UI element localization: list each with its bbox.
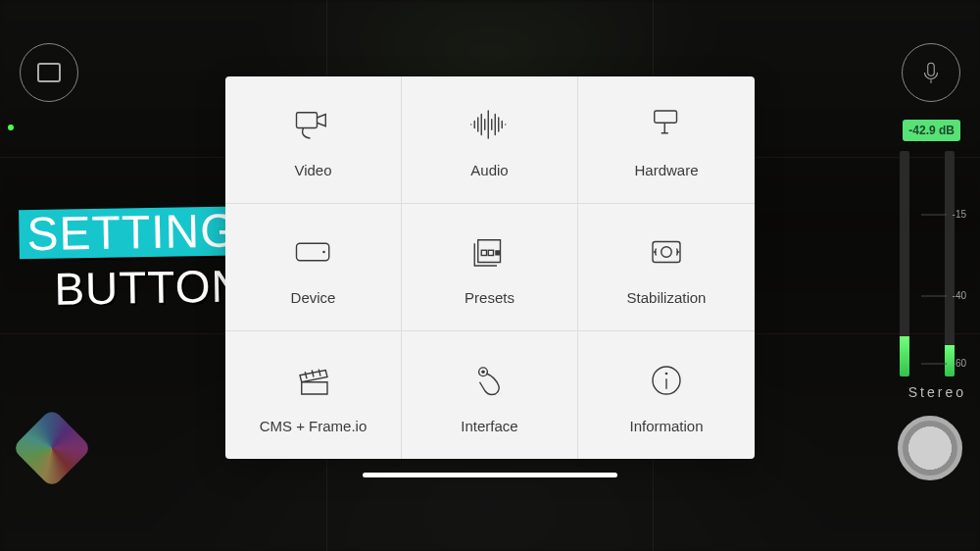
settings-item-video[interactable]: Video [225, 76, 402, 204]
framing-button[interactable] [20, 43, 78, 102]
audio-mode-label: Stereo [908, 384, 966, 400]
svg-rect-5 [481, 250, 486, 255]
info-icon [639, 357, 694, 404]
gimbal-icon [639, 101, 694, 148]
svg-rect-8 [653, 242, 680, 263]
svg-point-9 [662, 247, 672, 258]
settings-item-interface[interactable]: Interface [402, 331, 578, 459]
settings-item-label: Hardware [634, 162, 698, 178]
microphone-button[interactable] [902, 43, 960, 102]
clapperboard-icon [286, 357, 341, 404]
settings-item-label: Device [291, 289, 336, 306]
stabilization-icon [639, 228, 694, 276]
svg-rect-7 [495, 250, 500, 255]
settings-item-hardware[interactable]: Hardware [578, 76, 755, 204]
settings-item-label: Audio [470, 162, 508, 178]
frame-icon [37, 63, 61, 82]
record-button[interactable] [898, 416, 962, 480]
settings-item-information[interactable]: Information [578, 331, 755, 459]
tick-label: -15 [953, 209, 966, 220]
svg-rect-6 [488, 250, 493, 255]
status-indicator-dot [8, 125, 14, 130]
settings-item-label: Video [294, 162, 331, 178]
svg-rect-2 [655, 111, 677, 123]
mic-icon [918, 60, 944, 85]
svg-rect-0 [928, 63, 935, 75]
settings-item-label: Presets [465, 289, 514, 306]
svg-point-4 [322, 251, 325, 254]
settings-item-stabilization[interactable]: Stabilization [578, 204, 755, 331]
settings-item-label: Interface [461, 418, 517, 434]
settings-panel: Video Audio Hardware Device [225, 76, 755, 459]
audio-meter-ticks: -15 -40 -60 [892, 151, 970, 376]
presets-icon [463, 228, 517, 276]
settings-item-device[interactable]: Device [225, 204, 402, 331]
tick-label: -60 [953, 358, 966, 369]
svg-point-11 [481, 370, 485, 374]
phone-icon [286, 228, 341, 276]
svg-rect-1 [296, 113, 317, 128]
settings-item-label: Information [629, 418, 703, 434]
settings-item-label: CMS + Frame.io [260, 418, 368, 434]
tick-label: -40 [953, 290, 966, 301]
settings-item-audio[interactable]: Audio [402, 76, 578, 204]
settings-item-cms[interactable]: CMS + Frame.io [225, 331, 402, 459]
audio-db-badge: -42.9 dB [903, 120, 960, 141]
svg-point-13 [665, 372, 668, 375]
home-indicator[interactable] [363, 473, 617, 477]
waveform-icon [463, 101, 517, 148]
settings-item-label: Stabilization [627, 289, 707, 306]
touch-icon [463, 357, 517, 404]
settings-item-presets[interactable]: Presets [402, 204, 578, 331]
video-camera-icon [286, 101, 341, 148]
